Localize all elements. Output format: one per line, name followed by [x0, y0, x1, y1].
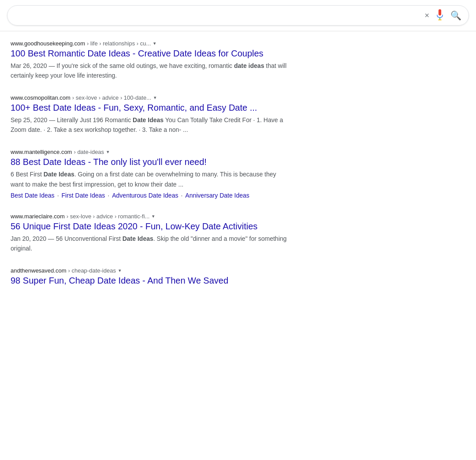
results-container: www.goodhousekeeping.com › life › relati…	[0, 31, 300, 309]
snippet-bold: Date Ideas	[133, 116, 164, 123]
result-url: www.marieclaire.com › sex-love › advice …	[11, 213, 289, 220]
result-domain: www.mantelligence.com	[11, 149, 72, 155]
sublink-separator: ·	[181, 192, 182, 199]
result-domain: andthenwesaved.com	[11, 267, 66, 274]
result-title[interactable]: 98 Super Fun, Cheap Date Ideas - And The…	[11, 275, 289, 286]
snippet-date: Mar 26, 2020	[11, 62, 47, 69]
result-domain: www.cosmopolitan.com	[11, 94, 71, 101]
result-item: www.mantelligence.com › date-ideas ▾ 88 …	[11, 149, 289, 198]
dropdown-arrow-icon[interactable]: ▾	[107, 149, 109, 155]
dropdown-arrow-icon[interactable]: ▾	[152, 213, 155, 219]
svg-rect-0	[439, 9, 441, 15]
result-url: www.mantelligence.com › date-ideas ▾	[11, 149, 289, 155]
result-title[interactable]: 56 Unique First Date Ideas 2020 - Fun, L…	[11, 221, 289, 232]
result-url: www.cosmopolitan.com › sex-love › advice…	[11, 94, 289, 101]
search-icon[interactable]: 🔍	[450, 10, 461, 21]
sublink-first-date-ideas[interactable]: First Date Ideas	[62, 192, 105, 199]
result-url: www.goodhousekeeping.com › life › relati…	[11, 40, 289, 47]
result-breadcrumb: › date-ideas	[74, 149, 104, 155]
snippet-text: — If you're sick of the same old outings…	[48, 62, 234, 69]
result-title[interactable]: 88 Best Date Ideas - The only list you'l…	[11, 156, 289, 168]
result-domain: www.goodhousekeeping.com	[11, 40, 85, 47]
sublink-anniversary-date-ideas[interactable]: Anniversary Date Ideas	[185, 192, 249, 199]
clear-icon[interactable]: ×	[424, 11, 429, 20]
result-snippet: Sep 25, 2020 — Literally Just 196 Romant…	[11, 115, 289, 135]
result-breadcrumb: › life › relationships › cu...	[87, 40, 151, 47]
dropdown-arrow-icon[interactable]: ▾	[119, 268, 121, 273]
result-item: www.goodhousekeeping.com › life › relati…	[11, 40, 289, 80]
result-breadcrumb: › cheap-date-ideas	[68, 267, 115, 274]
result-title[interactable]: 100+ Best Date Ideas - Fun, Sexy, Romant…	[11, 102, 289, 113]
snippet-text: 6 Best First	[11, 171, 44, 178]
sublink-separator: ·	[57, 192, 59, 199]
search-bar-container: date idea × 🔍	[0, 0, 476, 31]
dropdown-arrow-icon[interactable]: ▾	[154, 95, 156, 101]
sublink-separator: ·	[108, 192, 109, 199]
search-bar: date idea × 🔍	[7, 5, 469, 26]
snippet-text: — 56 Unconventional First	[48, 235, 123, 242]
mic-icon[interactable]	[435, 9, 444, 22]
sublink-adventurous-date-ideas[interactable]: Adventurous Date Ideas	[112, 192, 178, 199]
result-domain: www.marieclaire.com	[11, 213, 65, 220]
snippet-bold: date ideas	[234, 62, 264, 69]
snippet-bold: Date Ideas	[44, 171, 74, 178]
result-breadcrumb: › sex-love › advice › 100-date...	[72, 94, 151, 101]
result-item: andthenwesaved.com › cheap-date-ideas ▾ …	[11, 267, 289, 286]
snippet-text: — Literally Just 196 Romantic	[49, 116, 133, 123]
result-item: www.cosmopolitan.com › sex-love › advice…	[11, 94, 289, 135]
result-snippet: 6 Best First Date Ideas. Going on a firs…	[11, 169, 289, 189]
snippet-date: Sep 25, 2020	[11, 116, 47, 123]
search-icons: × 🔍	[424, 9, 461, 22]
svg-rect-2	[438, 19, 442, 20]
result-snippet: Jan 20, 2020 — 56 Unconventional First D…	[11, 234, 289, 253]
result-snippet: Mar 26, 2020 — If you're sick of the sam…	[11, 61, 289, 80]
svg-rect-1	[439, 18, 440, 20]
snippet-bold: Date Ideas	[123, 235, 153, 242]
search-input[interactable]: date idea	[15, 11, 424, 19]
snippet-date: Jan 20, 2020	[11, 235, 46, 242]
sublink-best-date-ideas[interactable]: Best Date Ideas	[11, 192, 55, 199]
result-sublinks: Best Date Ideas · First Date Ideas · Adv…	[11, 192, 289, 199]
result-item: www.marieclaire.com › sex-love › advice …	[11, 213, 289, 253]
dropdown-arrow-icon[interactable]: ▾	[153, 41, 156, 46]
result-breadcrumb: › sex-love › advice › romantic-fi...	[67, 213, 150, 220]
result-title[interactable]: 100 Best Romantic Date Ideas - Creative …	[11, 48, 289, 59]
result-url: andthenwesaved.com › cheap-date-ideas ▾	[11, 267, 289, 274]
